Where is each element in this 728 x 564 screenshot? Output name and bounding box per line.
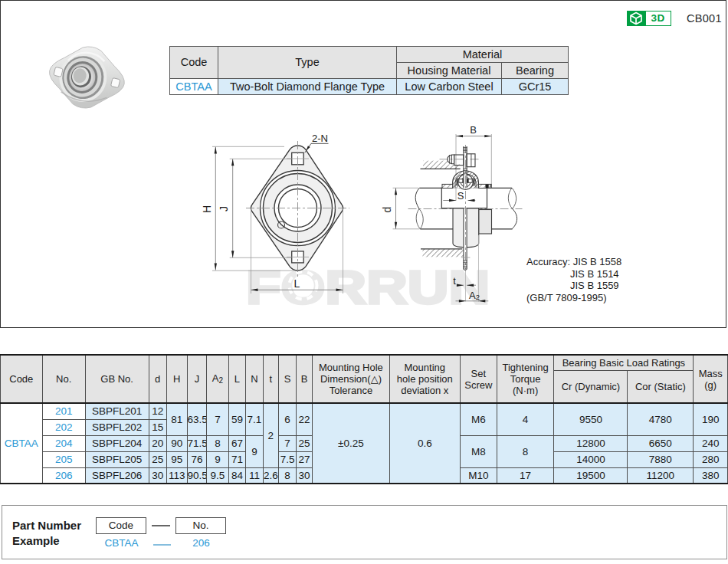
svg-text:A2: A2 bbox=[469, 290, 480, 302]
svg-text:B: B bbox=[470, 124, 477, 136]
svg-text:L: L bbox=[294, 277, 300, 290]
svg-text:t: t bbox=[453, 275, 456, 287]
svg-text:S: S bbox=[457, 190, 464, 202]
svg-text:H: H bbox=[201, 205, 213, 213]
svg-text:J: J bbox=[218, 206, 230, 212]
svg-text:d: d bbox=[381, 207, 393, 213]
svg-text:2-N: 2-N bbox=[312, 133, 328, 144]
